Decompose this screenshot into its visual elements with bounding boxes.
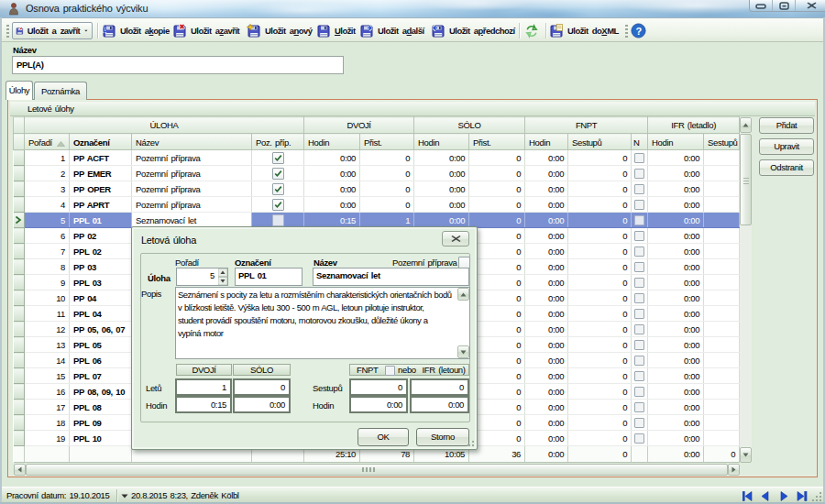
- svg-text:?: ?: [635, 26, 642, 37]
